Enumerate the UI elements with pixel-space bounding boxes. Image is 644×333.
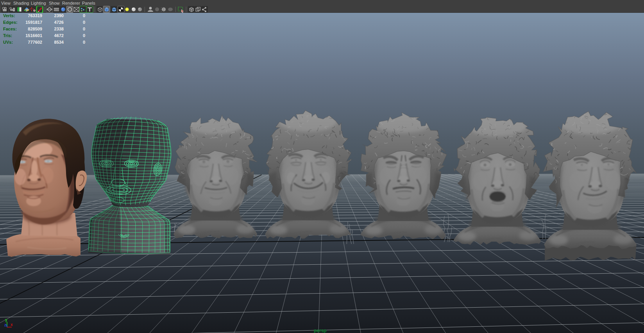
- svg-text:z: z: [4, 323, 6, 327]
- svg-text:x: x: [11, 322, 13, 327]
- svg-text:y: y: [5, 318, 7, 322]
- svg-text:persp: persp: [314, 328, 327, 333]
